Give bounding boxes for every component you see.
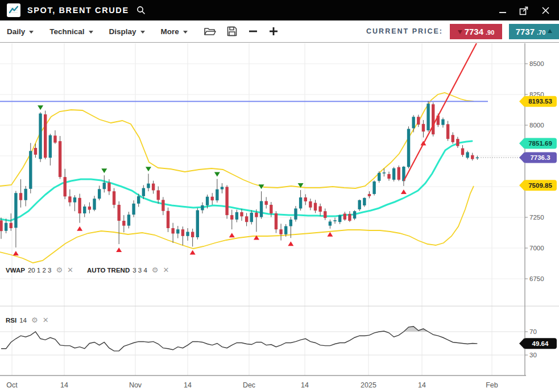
- candle-body: [378, 173, 380, 181]
- ask-price-value: 7737: [516, 27, 535, 36]
- candle-body: [34, 148, 37, 155]
- auto-trend-legend-name: AUTO TREND: [87, 267, 130, 274]
- popout-button[interactable]: [519, 6, 529, 15]
- candle-body: [368, 194, 371, 196]
- buy-signal-icon: [190, 250, 196, 254]
- menu-more[interactable]: More: [161, 27, 188, 36]
- candle-body: [0, 220, 3, 231]
- chevron-down-icon: [29, 31, 34, 36]
- open-folder-icon[interactable]: [204, 26, 216, 37]
- candle-body: [324, 211, 326, 218]
- price-level-badge: 7736.3: [519, 152, 557, 163]
- rsi-legend-row: RSI 14 ⚙ ✕: [6, 316, 49, 324]
- candle-body: [452, 135, 454, 142]
- zoom-out-icon[interactable]: [248, 26, 258, 36]
- window-controls: [499, 6, 552, 15]
- menu-daily[interactable]: Daily: [7, 27, 34, 36]
- candle-body: [466, 152, 469, 158]
- minimize-button[interactable]: [499, 6, 507, 14]
- settings-gear-icon[interactable]: ⚙: [31, 316, 38, 324]
- remove-indicator-icon[interactable]: ✕: [67, 266, 73, 274]
- candle-body: [171, 228, 174, 234]
- remove-indicator-icon[interactable]: ✕: [163, 266, 169, 274]
- candle-body: [309, 201, 312, 208]
- price-axis-label: 7250: [529, 214, 544, 221]
- candle-body: [255, 213, 258, 217]
- candle-body: [216, 189, 218, 200]
- candle-body: [348, 214, 351, 221]
- candle-body: [14, 193, 17, 228]
- chart-application-window: SPOT, BRENT CRUDE Daily: [0, 0, 559, 392]
- remove-indicator-icon[interactable]: ✕: [43, 316, 49, 324]
- buy-signal-icon: [327, 232, 333, 237]
- close-button[interactable]: [541, 6, 550, 15]
- rsi-legend: RSI 14 ⚙ ✕: [6, 316, 49, 324]
- candle-body: [476, 158, 479, 159]
- settings-gear-icon[interactable]: ⚙: [152, 266, 159, 274]
- toolbar: Daily Technical Display More: [0, 20, 559, 43]
- candle-body: [260, 201, 263, 217]
- candle-body: [392, 168, 395, 180]
- bid-price-value: 7734: [465, 27, 483, 36]
- bid-price-decimals: .90: [486, 29, 494, 36]
- rsi-legend-params: 14: [19, 317, 27, 324]
- menu-display-label: Display: [109, 27, 136, 36]
- price-chart[interactable]: 8500825080007250700067507030Oct14Nov14De…: [0, 43, 559, 392]
- svg-text:7736.3: 7736.3: [530, 154, 550, 161]
- vwap-legend-name: VWAP: [6, 267, 25, 274]
- candle-body: [225, 187, 228, 215]
- rsi-line: [1, 327, 477, 351]
- time-axis-label: Nov: [129, 381, 142, 389]
- title-bar: SPOT, BRENT CRUDE: [0, 0, 559, 20]
- save-icon[interactable]: [226, 26, 238, 37]
- candle-body: [83, 207, 86, 213]
- candle-body: [235, 212, 238, 220]
- candle-body: [329, 221, 332, 225]
- settings-gear-icon[interactable]: ⚙: [56, 266, 63, 274]
- ask-price-decimals: .70: [537, 29, 545, 36]
- candle-body: [264, 201, 267, 204]
- menu-display[interactable]: Display: [109, 27, 145, 36]
- rsi-value-badge: 49.64: [519, 338, 557, 349]
- chevron-down-icon: [140, 31, 145, 36]
- time-axis-label: 14: [184, 381, 192, 389]
- candle-body: [245, 216, 248, 222]
- chevron-down-icon: [89, 31, 93, 36]
- candle-body: [157, 190, 160, 200]
- candle-body: [284, 226, 287, 234]
- rsi-legend-name: RSI: [6, 317, 16, 324]
- candle-body: [152, 184, 155, 191]
- candle-body: [68, 196, 71, 202]
- candle-body: [191, 232, 194, 237]
- candle-body: [417, 117, 420, 125]
- candle-body: [412, 117, 415, 128]
- price-up-arrow-icon: [548, 27, 552, 33]
- menu-technical[interactable]: Technical: [49, 27, 93, 36]
- zoom-in-icon[interactable]: [268, 26, 279, 36]
- candle-body: [93, 199, 96, 209]
- candle-body: [186, 232, 189, 236]
- candle-body: [137, 196, 140, 204]
- candle-body: [201, 205, 204, 211]
- price-axis-label: 8000: [529, 122, 544, 129]
- candle-body: [441, 119, 444, 125]
- candle-body: [250, 213, 253, 222]
- ask-price-badge: 7737.70: [509, 24, 559, 39]
- search-icon[interactable]: [136, 5, 146, 15]
- price-axis-label: 7000: [529, 245, 544, 251]
- candle-body: [162, 200, 164, 211]
- candle-body: [59, 141, 61, 177]
- time-axis-label: 2025: [361, 381, 376, 389]
- buy-signal-icon: [229, 233, 235, 237]
- candle-body: [221, 187, 223, 189]
- candle-body: [432, 104, 434, 134]
- candle-body: [49, 135, 52, 158]
- vwap-legend-params: 20 1 2 3: [28, 267, 52, 274]
- price-level-badge: 8193.53: [519, 96, 557, 107]
- candle-body: [456, 139, 459, 146]
- candle-body: [78, 198, 81, 213]
- current-price-group: CURRENT PRICE: 7734.90 7737.70: [366, 20, 559, 42]
- main-pane: [0, 43, 520, 263]
- candle-body: [142, 188, 145, 196]
- candle-body: [181, 229, 184, 236]
